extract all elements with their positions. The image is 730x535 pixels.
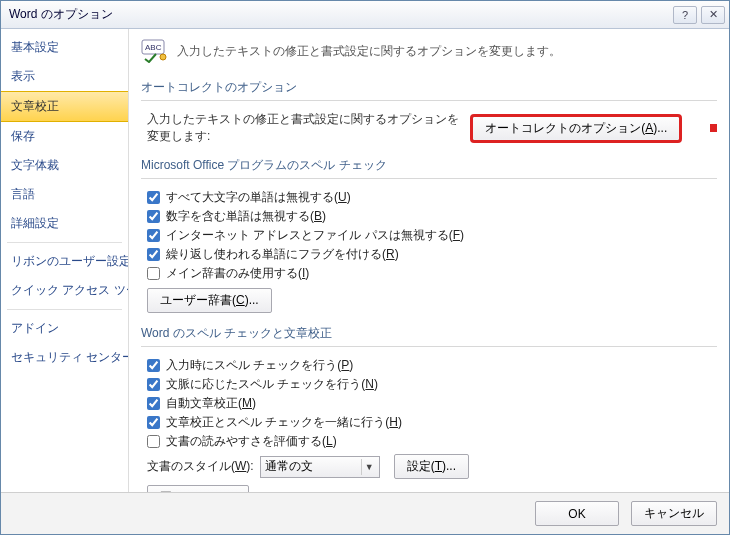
options-dialog: Word のオプション ? ✕ 基本設定表示文章校正保存文字体裁言語詳細設定リボ… — [0, 0, 730, 535]
wordspell-check-row: 自動文章校正(M) — [147, 395, 717, 412]
wordspell-check-label: 入力時にスペル チェックを行う(P) — [166, 357, 353, 374]
user-dict-button[interactable]: ユーザー辞書(C)... — [147, 288, 272, 313]
ok-button[interactable]: OK — [535, 501, 619, 526]
panel-header-text: 入力したテキストの修正と書式設定に関するオプションを変更します。 — [177, 43, 561, 60]
sidebar-item[interactable]: 言語 — [1, 180, 128, 209]
autocorrect-row: 入力したテキストの修正と書式設定に関するオプションを変更します: オートコレクト… — [147, 111, 717, 145]
wordspell-check-checkbox[interactable] — [147, 435, 160, 448]
sidebar-item[interactable]: クイック アクセス ツール バー — [1, 276, 128, 305]
section-spell-head: Microsoft Office プログラムのスペル チェック — [141, 153, 717, 179]
sidebar-item[interactable]: 基本設定 — [1, 33, 128, 62]
autocorrect-desc: 入力したテキストの修正と書式設定に関するオプションを変更します: — [147, 111, 462, 145]
wordspell-check-checkbox[interactable] — [147, 416, 160, 429]
dialog-footer: OK キャンセル — [1, 492, 729, 534]
sidebar-item[interactable]: 保存 — [1, 122, 128, 151]
sidebar-item[interactable]: 詳細設定 — [1, 209, 128, 238]
spell-check-checkbox[interactable] — [147, 210, 160, 223]
sidebar-item[interactable]: 文章校正 — [1, 91, 128, 122]
cancel-button[interactable]: キャンセル — [631, 501, 717, 526]
panel-header: ABC 入力したテキストの修正と書式設定に関するオプションを変更します。 — [141, 39, 717, 63]
main-panel: ABC 入力したテキストの修正と書式設定に関するオプションを変更します。 オート… — [129, 29, 729, 492]
titlebar: Word のオプション ? ✕ — [1, 1, 729, 29]
spell-check-label: 数字を含む単語は無視する(B) — [166, 208, 326, 225]
dialog-body: 基本設定表示文章校正保存文字体裁言語詳細設定リボンのユーザー設定クイック アクセ… — [1, 29, 729, 492]
wordspell-check-label: 文脈に応じたスペル チェックを行う(N) — [166, 376, 378, 393]
help-icon[interactable]: ? — [673, 6, 697, 24]
chevron-down-icon: ▼ — [361, 459, 377, 475]
section-wordspell-head: Word のスペル チェックと文章校正 — [141, 321, 717, 347]
spell-check-row: メイン辞書のみ使用する(I) — [147, 265, 717, 282]
writing-style-value: 通常の文 — [265, 458, 313, 475]
recheck-button[interactable]: 再チェック(K) — [147, 485, 249, 492]
svg-text:ABC: ABC — [145, 43, 162, 52]
spell-check-checkbox[interactable] — [147, 229, 160, 242]
sidebar-item[interactable]: セキュリティ センター — [1, 343, 128, 372]
spell-check-label: すべて大文字の単語は無視する(U) — [166, 189, 351, 206]
sidebar-item[interactable]: アドイン — [1, 314, 128, 343]
wordspell-check-row: 文章校正とスペル チェックを一緒に行う(H) — [147, 414, 717, 431]
spell-check-row: 数字を含む単語は無視する(B) — [147, 208, 717, 225]
close-icon[interactable]: ✕ — [701, 6, 725, 24]
spell-check-label: メイン辞書のみ使用する(I) — [166, 265, 309, 282]
wordspell-check-label: 文章校正とスペル チェックを一緒に行う(H) — [166, 414, 402, 431]
sidebar-item[interactable]: 表示 — [1, 62, 128, 91]
wordspell-check-row: 入力時にスペル チェックを行う(P) — [147, 357, 717, 374]
wordspell-check-checkbox[interactable] — [147, 359, 160, 372]
svg-point-2 — [160, 54, 166, 60]
spell-check-row: 繰り返し使われる単語にフラグを付ける(R) — [147, 246, 717, 263]
spell-check-checkbox[interactable] — [147, 267, 160, 280]
spell-check-checkbox[interactable] — [147, 191, 160, 204]
wordspell-check-label: 自動文章校正(M) — [166, 395, 256, 412]
window-title: Word のオプション — [9, 6, 669, 23]
wordspell-check-row: 文書の読みやすさを評価する(L) — [147, 433, 717, 450]
autocorrect-options-button[interactable]: オートコレクトのオプション(A)... — [472, 116, 680, 141]
wordspell-check-checkbox[interactable] — [147, 397, 160, 410]
spell-check-label: インターネット アドレスとファイル パスは無視する(F) — [166, 227, 464, 244]
spell-check-row: すべて大文字の単語は無視する(U) — [147, 189, 717, 206]
wordspell-check-row: 文脈に応じたスペル チェックを行う(N) — [147, 376, 717, 393]
writing-style-label: 文書のスタイル(W): — [147, 458, 254, 475]
settings-button[interactable]: 設定(T)... — [394, 454, 469, 479]
annotation-marker — [710, 124, 717, 132]
wordspell-check-label: 文書の読みやすさを評価する(L) — [166, 433, 337, 450]
spell-check-row: インターネット アドレスとファイル パスは無視する(F) — [147, 227, 717, 244]
spell-check-checkbox[interactable] — [147, 248, 160, 261]
sidebar-item[interactable]: 文字体裁 — [1, 151, 128, 180]
proofing-icon: ABC — [141, 39, 169, 63]
sidebar: 基本設定表示文章校正保存文字体裁言語詳細設定リボンのユーザー設定クイック アクセ… — [1, 29, 129, 492]
spell-check-label: 繰り返し使われる単語にフラグを付ける(R) — [166, 246, 399, 263]
writing-style-select[interactable]: 通常の文 ▼ — [260, 456, 380, 478]
section-autocorrect-head: オートコレクトのオプション — [141, 75, 717, 101]
wordspell-check-checkbox[interactable] — [147, 378, 160, 391]
sidebar-item[interactable]: リボンのユーザー設定 — [1, 247, 128, 276]
